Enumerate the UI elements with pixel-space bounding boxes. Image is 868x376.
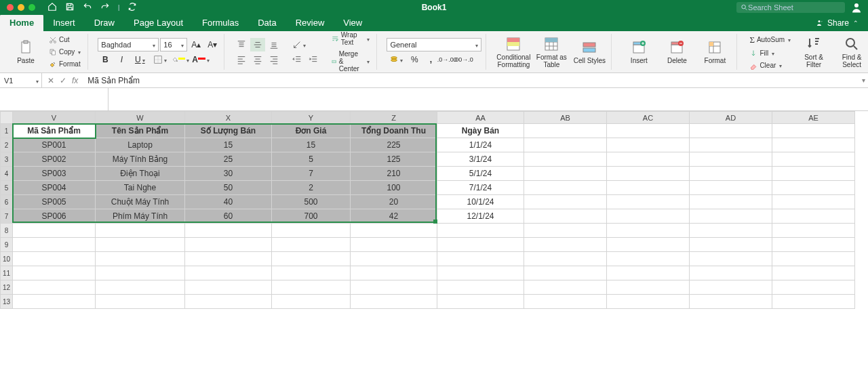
cell[interactable]: SP004 xyxy=(13,181,96,195)
cell[interactable] xyxy=(524,181,607,195)
fx-icon[interactable]: fx xyxy=(72,76,78,85)
column-header-x[interactable]: X xyxy=(185,112,272,124)
cell[interactable] xyxy=(607,295,690,309)
cell[interactable] xyxy=(185,252,272,266)
cell[interactable] xyxy=(351,252,437,266)
cell[interactable] xyxy=(607,266,690,280)
column-header-aa[interactable]: AA xyxy=(437,112,524,124)
cell[interactable] xyxy=(607,238,690,252)
cancel-formula-icon[interactable]: ✕ xyxy=(47,76,54,85)
cell[interactable] xyxy=(690,138,772,152)
cell[interactable]: Tổng Doanh Thu xyxy=(351,124,437,138)
cell[interactable]: 20 xyxy=(351,195,437,209)
cell[interactable] xyxy=(524,209,607,224)
format-as-table-button[interactable]: Format as Table xyxy=(534,34,569,70)
cell[interactable] xyxy=(437,238,524,252)
cell[interactable] xyxy=(351,295,437,309)
clear-button[interactable]: Clear xyxy=(747,60,793,71)
cut-button[interactable]: Cut xyxy=(46,35,83,45)
cell[interactable] xyxy=(185,295,272,309)
cell[interactable] xyxy=(690,266,772,280)
cell[interactable]: 2 xyxy=(272,181,351,195)
cell[interactable] xyxy=(96,280,185,295)
align-left-icon[interactable] xyxy=(234,53,249,66)
cell[interactable] xyxy=(607,181,690,195)
align-top-icon[interactable] xyxy=(234,38,249,51)
cell[interactable]: SP005 xyxy=(13,195,96,209)
cell[interactable] xyxy=(524,224,607,238)
comma-button[interactable]: , xyxy=(423,53,438,66)
minimize-window-icon[interactable] xyxy=(18,4,24,11)
cell[interactable] xyxy=(772,209,855,224)
cell[interactable] xyxy=(690,152,772,167)
cell[interactable] xyxy=(351,224,437,238)
decrease-decimal-icon[interactable]: .00→.0 xyxy=(456,53,471,66)
tab-review[interactable]: Review xyxy=(286,14,334,31)
cell[interactable] xyxy=(772,252,855,266)
cell[interactable]: 10/1/24 xyxy=(437,195,524,209)
cell[interactable]: 5 xyxy=(272,152,351,167)
cell[interactable] xyxy=(524,280,607,295)
cell[interactable]: 125 xyxy=(351,152,437,167)
row-header[interactable]: 13 xyxy=(1,295,13,309)
cell[interactable]: 3/1/24 xyxy=(437,152,524,167)
cell[interactable]: Tên Sản Phẩm xyxy=(96,124,185,138)
cell[interactable]: 7/1/24 xyxy=(437,181,524,195)
cell[interactable] xyxy=(607,138,690,152)
increase-decimal-icon[interactable]: .0→.00 xyxy=(439,53,454,66)
cell[interactable]: SP002 xyxy=(13,152,96,167)
cell[interactable] xyxy=(772,138,855,152)
cell[interactable]: Điện Thoại xyxy=(96,167,185,181)
fill-color-button[interactable] xyxy=(171,53,190,66)
cell[interactable] xyxy=(272,280,351,295)
accept-formula-icon[interactable]: ✓ xyxy=(60,76,66,85)
row-header[interactable]: 5 xyxy=(1,181,13,195)
cell-styles-button[interactable]: Cell Styles xyxy=(572,34,607,70)
number-format-select[interactable]: General xyxy=(387,38,481,51)
cell[interactable] xyxy=(437,224,524,238)
cell[interactable] xyxy=(437,266,524,280)
borders-button[interactable] xyxy=(151,53,170,66)
cell[interactable]: 50 xyxy=(185,181,272,195)
cell[interactable] xyxy=(185,266,272,280)
tab-formulas[interactable]: Formulas xyxy=(193,14,248,31)
cell[interactable] xyxy=(272,224,351,238)
column-header-ab[interactable]: AB xyxy=(524,112,607,124)
row-header[interactable]: 2 xyxy=(1,138,13,152)
save-icon[interactable] xyxy=(65,2,75,14)
cell[interactable]: Máy Tính Bảng xyxy=(96,152,185,167)
cell[interactable]: Ngày Bán xyxy=(437,124,524,138)
align-middle-icon[interactable] xyxy=(250,38,265,51)
cell[interactable] xyxy=(96,295,185,309)
copy-button[interactable]: Copy xyxy=(46,47,83,58)
cell[interactable] xyxy=(272,266,351,280)
align-center-icon[interactable] xyxy=(250,53,265,66)
cell[interactable] xyxy=(607,195,690,209)
cell[interactable]: Phím Máy Tính xyxy=(96,209,185,224)
font-color-button[interactable]: A xyxy=(191,53,210,66)
cell[interactable] xyxy=(690,280,772,295)
cell[interactable] xyxy=(185,238,272,252)
cell[interactable]: SP006 xyxy=(13,209,96,224)
percent-button[interactable]: % xyxy=(407,53,422,66)
column-header-ae[interactable]: AE xyxy=(772,112,855,124)
cell[interactable]: 12/1/24 xyxy=(437,209,524,224)
name-box[interactable]: V1 xyxy=(0,73,42,87)
increase-font-icon[interactable]: A▴ xyxy=(189,38,203,51)
paste-button[interactable]: Paste xyxy=(8,34,43,70)
undo-icon[interactable] xyxy=(83,2,92,14)
tab-home[interactable]: Home xyxy=(0,14,43,31)
cell[interactable] xyxy=(13,295,96,309)
cell[interactable] xyxy=(96,224,185,238)
formula-input[interactable]: Mã Sản Phẩm xyxy=(83,76,859,85)
cell[interactable] xyxy=(524,195,607,209)
row-header[interactable]: 3 xyxy=(1,152,13,167)
cell[interactable] xyxy=(96,238,185,252)
cell[interactable] xyxy=(524,238,607,252)
find-select-button[interactable]: Find & Select xyxy=(834,34,868,70)
cell[interactable]: 5/1/24 xyxy=(437,167,524,181)
font-size-select[interactable]: 16 xyxy=(160,38,187,51)
bold-button[interactable]: B xyxy=(98,53,113,66)
cell[interactable]: 7 xyxy=(272,167,351,181)
column-header-y[interactable]: Y xyxy=(272,112,351,124)
